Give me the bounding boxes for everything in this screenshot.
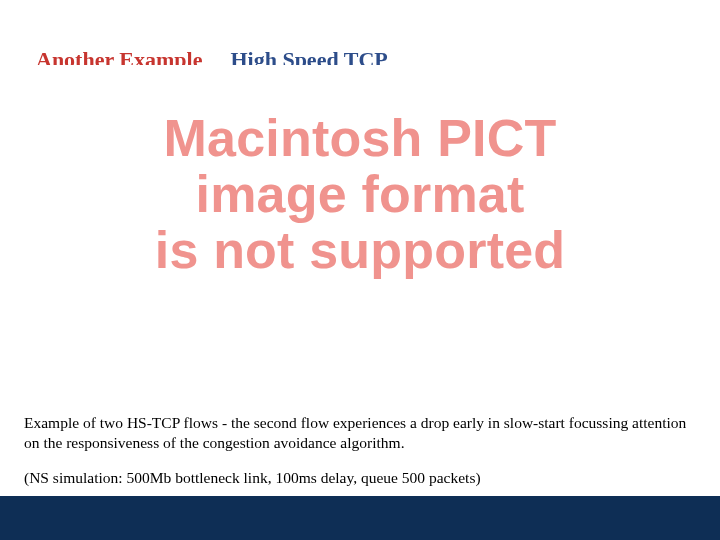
caption-block: Example of two HS-TCP flows - the second… bbox=[24, 413, 696, 488]
pict-line-2: image format bbox=[0, 166, 720, 222]
pict-line-3: is not supported bbox=[0, 222, 720, 278]
caption-para-2: (NS simulation: 500Mb bottleneck link, 1… bbox=[24, 468, 696, 488]
caption-para-1: Example of two HS-TCP flows - the second… bbox=[24, 413, 696, 454]
pict-error-message: Macintosh PICT image format is not suppo… bbox=[0, 110, 720, 278]
footer-bar bbox=[0, 496, 720, 540]
slide: Another Example High Speed TCP Macintosh… bbox=[0, 0, 720, 540]
pict-line-1: Macintosh PICT bbox=[0, 110, 720, 166]
